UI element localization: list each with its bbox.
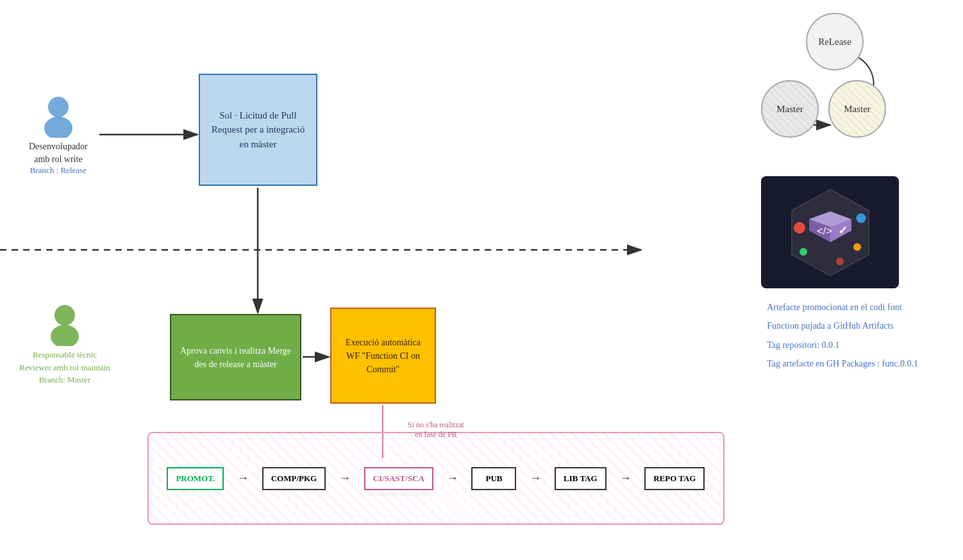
info-line2: Function pujada a GitHub Artifacts: [767, 317, 918, 335]
info-line1: Artefacte promocionat en el codi font: [767, 298, 918, 317]
svg-point-23: [836, 258, 844, 265]
master1-circle: Master: [761, 80, 819, 138]
flow-arrow-5: →: [619, 472, 631, 485]
flow-arrow-2: →: [339, 472, 351, 485]
svg-text:</>: </>: [817, 225, 832, 236]
developer-name-label: Desenvolupador amb rol write: [29, 140, 88, 165]
developer-branch-label: Branch : Release: [29, 165, 88, 176]
master2-circle: Master: [828, 80, 886, 138]
info-line3: Tag repositori: 0.0.1: [767, 336, 918, 354]
pr-request-box: Sol · Licitud de Pull Request per a inte…: [199, 74, 317, 186]
reviewer-icon: [46, 301, 84, 346]
bottom-flow-label: Si no s'ha realitzat en fase de PR: [408, 420, 464, 440]
main-canvas: Desenvolupador amb rol write Branch : Re…: [0, 0, 963, 560]
merge-box: Aprova canvis i realitza Merge des de re…: [170, 314, 301, 400]
developer-icon: [39, 93, 78, 138]
flow-steps: PROMOT. → COMP/PKG → CI/SAST/SCA → PUB →…: [162, 467, 710, 490]
flow-arrow-3: →: [447, 472, 458, 485]
svg-point-22: [800, 248, 807, 256]
svg-point-21: [853, 243, 861, 251]
info-text-block: Artefacte promocionat en el codi font Fu…: [767, 298, 918, 374]
merge-box-text: Aprova canvis i realitza Merge des de re…: [178, 344, 294, 371]
svg-point-12: [54, 305, 75, 325]
flow-arrow-1: →: [237, 472, 249, 485]
bottom-flow-container: Si no s'ha realitzat en fase de PR PROMO…: [147, 432, 724, 525]
pr-box-text: Sol · Licitud de Pull Request per a inte…: [206, 108, 310, 152]
svg-point-10: [48, 97, 69, 117]
flow-step-libtag: LIB TAG: [555, 467, 607, 490]
release-diagram: ReLease Master Master: [761, 13, 886, 138]
flow-step-repotag: REPO TAG: [644, 467, 705, 490]
gh-actions-icon: ✓ </>: [782, 185, 878, 281]
svg-point-20: [856, 213, 866, 223]
svg-point-9: [44, 117, 72, 138]
svg-point-11: [51, 325, 79, 346]
flow-arrow-4: →: [530, 472, 541, 485]
gh-actions-box: ✓ </>: [761, 176, 899, 288]
svg-text:✓: ✓: [838, 224, 848, 237]
reviewer-name-label: Responsable tècnic Reviewer amb rol main…: [19, 349, 110, 386]
developer-figure: Desenvolupador amb rol write Branch : Re…: [29, 93, 88, 176]
flow-step-pub: PUB: [471, 467, 516, 490]
svg-point-19: [794, 222, 805, 233]
wf-box: Execució automàtica WF "Function CI on C…: [330, 308, 436, 404]
info-line4: Tag artefacte en GH Packages : func.0.0.…: [767, 354, 918, 373]
flow-step-promot: PROMOT.: [167, 467, 224, 490]
release-circle: ReLease: [806, 13, 864, 70]
reviewer-figure: Responsable tècnic Reviewer amb rol main…: [19, 301, 110, 386]
wf-box-text: Execució automàtica WF "Function CI on C…: [338, 336, 428, 376]
flow-step-comp: COMP/PKG: [262, 467, 326, 490]
flow-step-ci: CI/SAST/SCA: [364, 467, 433, 490]
